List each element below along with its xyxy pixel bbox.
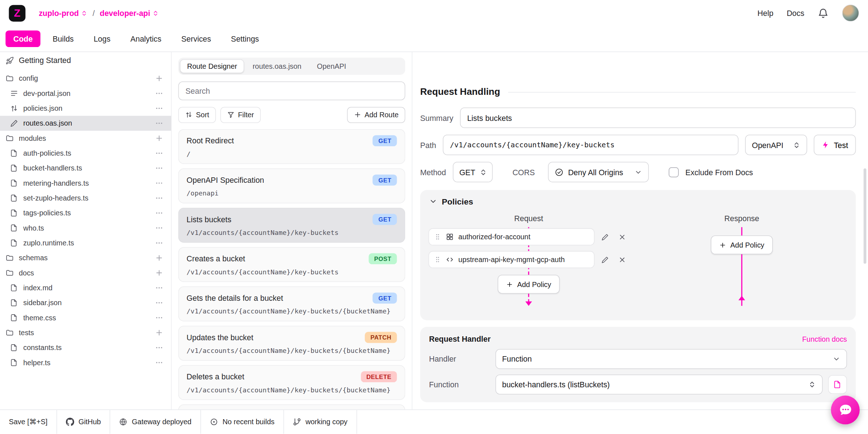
tree-item[interactable]: index.md: [0, 280, 171, 295]
tree-item[interactable]: helper.ts: [0, 355, 171, 370]
tree-item[interactable]: who.ts: [0, 220, 171, 235]
help-link[interactable]: Help: [757, 9, 773, 17]
method-select[interactable]: GET: [453, 162, 493, 182]
tree-item[interactable]: dev-portal.json: [0, 86, 171, 101]
policies-collapse-toggle[interactable]: Policies: [429, 197, 847, 206]
add-item-button[interactable]: [155, 329, 163, 337]
github-button[interactable]: GitHub: [57, 410, 110, 434]
edit-policy-button[interactable]: [598, 230, 612, 244]
tree-item[interactable]: schemas: [0, 250, 171, 265]
nav-tab-logs[interactable]: Logs: [86, 30, 118, 47]
branch-selector[interactable]: working copy: [284, 410, 357, 434]
save-button[interactable]: Save [⌘+S]: [0, 410, 57, 434]
item-menu-button[interactable]: [155, 299, 163, 307]
project-selector[interactable]: zuplo-prod: [39, 9, 88, 17]
add-item-button[interactable]: [155, 74, 163, 83]
tree-item[interactable]: tests: [0, 325, 171, 340]
item-menu-button[interactable]: [155, 344, 163, 352]
tree-item[interactable]: constants.ts: [0, 340, 171, 355]
tree-item[interactable]: auth-policies.ts: [0, 146, 171, 161]
add-request-policy-button[interactable]: Add Policy: [498, 275, 559, 294]
zuplo-logo[interactable]: Z: [9, 5, 25, 21]
drag-handle-icon[interactable]: [434, 256, 441, 263]
route-card[interactable]: Updates the bucket PATCH /v1/accounts/{a…: [178, 326, 405, 361]
route-card[interactable]: Creates a bucket POST /v1/accounts/{acco…: [178, 247, 405, 282]
tree-item[interactable]: modules: [0, 131, 171, 146]
add-item-button[interactable]: [155, 269, 163, 277]
open-function-file-button[interactable]: [828, 375, 847, 394]
avatar[interactable]: [842, 4, 859, 21]
item-menu-button[interactable]: [155, 179, 163, 187]
route-card[interactable]: OpenAPI Specification GET /openapi: [178, 168, 405, 203]
test-button[interactable]: Test: [814, 135, 856, 155]
sort-button[interactable]: Sort: [178, 107, 216, 123]
tree-item[interactable]: docs: [0, 265, 171, 280]
edit-policy-button[interactable]: [598, 253, 612, 266]
route-card[interactable]: Gets the details for a bucket GET /v1/ac…: [178, 286, 405, 321]
route-card[interactable]: Root Redirect GET /: [178, 129, 405, 164]
route-card[interactable]: Deletes a bucket DELETE /v1/accounts/{ac…: [178, 365, 405, 400]
item-menu-button[interactable]: [155, 164, 163, 172]
function-select[interactable]: bucket-handlers.ts (listBuckets): [495, 375, 823, 395]
function-docs-link[interactable]: Function docs: [802, 335, 847, 343]
item-menu-button[interactable]: [155, 358, 163, 367]
tree-item[interactable]: set-zuplo-headers.ts: [0, 191, 171, 206]
file-icon: [10, 194, 18, 202]
gateway-status[interactable]: Gateway deployed: [110, 410, 201, 434]
nav-tab-settings[interactable]: Settings: [223, 30, 267, 47]
getting-started-item[interactable]: Getting Started: [0, 53, 171, 68]
nav-tab-builds[interactable]: Builds: [45, 30, 81, 47]
tab-route-designer[interactable]: Route Designer: [180, 59, 244, 73]
item-menu-button[interactable]: [155, 284, 163, 292]
tab-routes-oas-json[interactable]: routes.oas.json: [246, 59, 309, 73]
tree-item[interactable]: routes.oas.json: [0, 116, 171, 131]
item-menu-button[interactable]: [155, 239, 163, 247]
handler-select[interactable]: Function: [495, 349, 847, 369]
cors-select[interactable]: Deny All Origins: [548, 162, 649, 182]
add-route-button[interactable]: Add Route: [347, 107, 405, 123]
search-input[interactable]: [178, 81, 405, 100]
item-menu-button[interactable]: [155, 119, 163, 127]
item-menu-button[interactable]: [155, 104, 163, 113]
policy-item[interactable]: authorized-for-account: [429, 228, 595, 245]
item-menu-button[interactable]: [155, 209, 163, 217]
tree-item[interactable]: zuplo.runtime.ts: [0, 236, 171, 250]
add-item-button[interactable]: [155, 134, 163, 142]
chat-widget-button[interactable]: [831, 396, 860, 425]
remove-policy-button[interactable]: [615, 253, 629, 266]
remove-policy-button[interactable]: [615, 230, 629, 244]
item-menu-button[interactable]: [155, 89, 163, 97]
builds-status[interactable]: No recent builds: [201, 410, 284, 434]
filter-button[interactable]: Filter: [220, 107, 261, 123]
tree-item[interactable]: config: [0, 71, 171, 86]
nav-tab-code[interactable]: Code: [5, 30, 40, 47]
summary-input[interactable]: [460, 108, 856, 128]
tree-item[interactable]: bucket-handlers.ts: [0, 161, 171, 176]
exclude-from-docs-checkbox[interactable]: [669, 167, 679, 177]
docs-link[interactable]: Docs: [787, 9, 804, 17]
item-menu-button[interactable]: [155, 149, 163, 157]
nav-tab-services[interactable]: Services: [174, 30, 219, 47]
nav-tab-analytics[interactable]: Analytics: [123, 30, 169, 47]
route-card[interactable]: Lists buckets GET /v1/accounts/{accountN…: [178, 208, 405, 243]
file-icon: [10, 239, 18, 247]
tree-item[interactable]: sidebar.json: [0, 295, 171, 310]
tree-item[interactable]: tags-policies.ts: [0, 206, 171, 220]
tab-openapi[interactable]: OpenAPI: [310, 59, 353, 73]
spec-select[interactable]: OpenAPI: [745, 135, 807, 155]
tree-item[interactable]: theme.css: [0, 310, 171, 325]
item-menu-button[interactable]: [155, 313, 163, 322]
item-menu-button[interactable]: [155, 224, 163, 232]
add-item-button[interactable]: [155, 254, 163, 262]
route-card[interactable]: POST: [178, 404, 405, 409]
notifications-button[interactable]: [818, 8, 829, 19]
tree-item[interactable]: metering-handlers.ts: [0, 176, 171, 190]
drag-handle-icon[interactable]: [434, 233, 441, 240]
scrollbar-thumb[interactable]: [864, 168, 867, 264]
tree-item[interactable]: policies.json: [0, 101, 171, 116]
path-input[interactable]: [443, 135, 739, 155]
add-response-policy-button[interactable]: Add Policy: [711, 236, 773, 254]
item-menu-button[interactable]: [155, 194, 163, 202]
policy-item[interactable]: upstream-api-key-mgmt-gcp-auth: [429, 251, 595, 268]
api-selector[interactable]: developer-api: [100, 9, 159, 17]
